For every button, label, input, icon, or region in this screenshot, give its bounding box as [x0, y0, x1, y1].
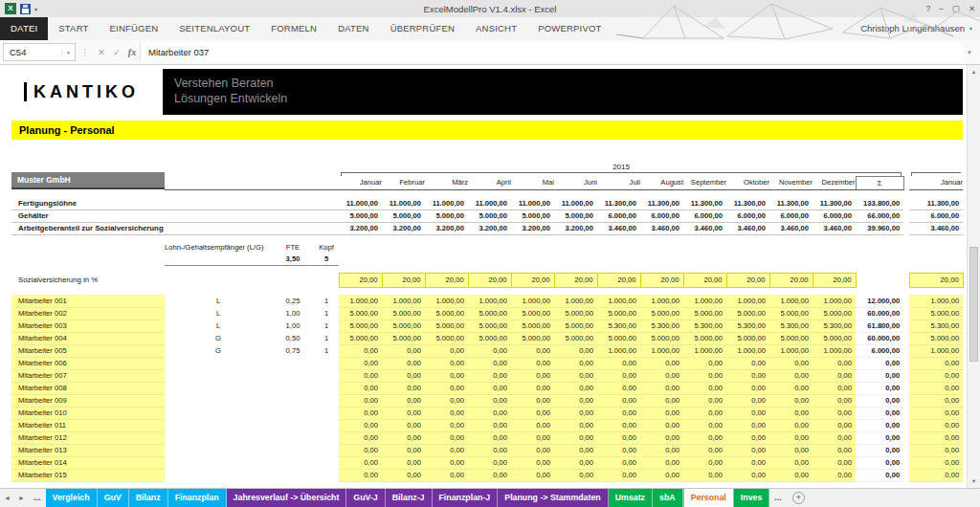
close-icon[interactable]: ✕ [969, 4, 975, 13]
employee-month-cell[interactable]: 0,00 [813, 382, 856, 394]
summary-month-cell[interactable]: 6.000,00 [640, 209, 683, 222]
employee-month-cell[interactable]: 5.000,00 [339, 332, 382, 344]
excel-app-icon[interactable]: X [5, 3, 16, 14]
employee-month-cell[interactable]: 0,00 [468, 431, 511, 444]
employee-month-cell[interactable]: 5.000,00 [683, 332, 726, 344]
employee-month-cell[interactable]: 0,00 [726, 469, 769, 481]
employee-month-cell[interactable]: 0,00 [468, 419, 511, 431]
employee-next-cell[interactable]: 1.000,00 [909, 295, 963, 307]
formula-input[interactable]: Mitarbeiter 037 [140, 43, 962, 61]
employee-month-cell[interactable]: 5.000,00 [339, 320, 382, 332]
scroll-up-icon[interactable]: ▲ [968, 65, 980, 78]
employee-month-cell[interactable]: 5.300,00 [813, 320, 856, 332]
employee-month-cell[interactable]: 0,00 [769, 382, 813, 394]
employee-month-cell[interactable]: 0,00 [382, 382, 425, 394]
employee-month-cell[interactable]: 5.000,00 [554, 332, 597, 344]
employee-month-cell[interactable]: 0,00 [425, 419, 468, 431]
fte-total[interactable]: 3,50 [272, 253, 314, 265]
month-header-februar[interactable]: Februar [382, 176, 425, 189]
employee-fte-cell[interactable] [272, 407, 314, 419]
employee-lg-cell[interactable] [165, 369, 272, 382]
month-header-januar[interactable]: Januar [339, 176, 382, 189]
employee-month-cell[interactable]: 0,00 [468, 456, 511, 469]
month-header-mai[interactable]: Mai [511, 176, 554, 189]
employee-month-cell[interactable]: 5.000,00 [597, 332, 640, 344]
employee-month-cell[interactable]: 0,00 [683, 419, 726, 431]
employee-fte-cell[interactable]: 0,75 [272, 344, 314, 357]
social-insurance-label[interactable]: Sozialversicherung in % [11, 273, 165, 287]
summary-month-cell[interactable]: 3.460,00 [597, 222, 640, 234]
employee-month-cell[interactable]: 5.000,00 [769, 332, 813, 344]
employee-name-cell[interactable]: Mitarbeiter 010 [11, 407, 165, 419]
sheet-tab-vergleich[interactable]: Vergleich [46, 489, 98, 507]
employee-month-cell[interactable]: 0,00 [382, 469, 425, 481]
employee-month-cell[interactable]: 0,00 [640, 407, 683, 419]
employee-month-cell[interactable]: 0,00 [813, 419, 856, 431]
employee-lg-cell[interactable] [165, 469, 272, 481]
employee-sum-cell[interactable]: 0,00 [856, 419, 903, 431]
employee-month-cell[interactable]: 1.000,00 [726, 344, 769, 357]
employee-month-cell[interactable]: 0,00 [425, 382, 468, 394]
employee-next-cell[interactable]: 5.000,00 [909, 307, 963, 320]
employee-month-cell[interactable]: 1.000,00 [597, 344, 640, 357]
employee-next-cell[interactable]: 0,00 [909, 419, 963, 431]
employee-next-cell[interactable]: 0,00 [909, 469, 963, 481]
year-header-cell[interactable]: 2015 [339, 161, 903, 176]
employee-month-cell[interactable]: 0,00 [382, 456, 425, 469]
employee-name-cell[interactable]: Mitarbeiter 004 [11, 332, 165, 344]
add-sheet-button[interactable]: + [792, 492, 805, 504]
insert-function-icon[interactable]: fx [124, 47, 140, 57]
employee-month-cell[interactable]: 1.000,00 [425, 295, 468, 307]
ribbon-tab-einf-gen[interactable]: EINFÜGEN [100, 17, 169, 40]
employee-month-cell[interactable]: 0,00 [468, 382, 511, 394]
employee-month-cell[interactable]: 0,00 [339, 419, 382, 431]
employee-month-cell[interactable]: 0,00 [468, 344, 511, 357]
ribbon-tab-berpr-fen[interactable]: ÜBERPRÜFEN [380, 17, 465, 40]
employee-month-cell[interactable]: 0,00 [769, 407, 813, 419]
summary-sum-cell[interactable]: 66.000,00 [856, 209, 903, 222]
employee-month-cell[interactable]: 0,00 [683, 407, 726, 419]
employee-month-cell[interactable]: 0,00 [425, 357, 468, 369]
employee-month-cell[interactable]: 5.000,00 [382, 320, 425, 332]
employee-month-cell[interactable]: 0,00 [554, 357, 597, 369]
employee-month-cell[interactable]: 0,00 [683, 469, 726, 481]
employee-month-cell[interactable]: 0,00 [640, 431, 683, 444]
employee-month-cell[interactable]: 1.000,00 [683, 295, 726, 307]
employee-sum-cell[interactable]: 0,00 [856, 444, 903, 456]
employee-month-cell[interactable]: 0,00 [726, 369, 769, 382]
employee-month-cell[interactable]: 0,00 [339, 394, 382, 407]
social-insurance-month-cell[interactable]: 20,00 [425, 273, 468, 287]
employee-sum-cell[interactable]: 0,00 [856, 431, 903, 444]
ribbon-tab-datei[interactable]: DATEI [0, 17, 48, 40]
employee-kopf-cell[interactable]: 1 [314, 332, 339, 344]
employee-month-cell[interactable]: 0,00 [597, 357, 640, 369]
employee-month-cell[interactable]: 0,00 [769, 431, 813, 444]
employee-month-cell[interactable]: 0,00 [468, 407, 511, 419]
confirm-entry-icon[interactable]: ✓ [109, 48, 124, 57]
employee-month-cell[interactable]: 0,00 [726, 407, 769, 419]
employee-month-cell[interactable]: 0,00 [425, 444, 468, 456]
employee-month-cell[interactable]: 0,00 [468, 394, 511, 407]
employee-month-cell[interactable]: 0,00 [382, 407, 425, 419]
employee-next-cell[interactable]: 5.000,00 [909, 332, 963, 344]
employee-next-cell[interactable]: 0,00 [909, 394, 963, 407]
ribbon-tab-seitenlayout[interactable]: SEITENLAYOUT [168, 17, 260, 40]
employee-month-cell[interactable]: 0,00 [554, 344, 597, 357]
employee-month-cell[interactable]: 0,00 [339, 344, 382, 357]
employee-kopf-cell[interactable] [314, 382, 339, 394]
summary-next-cell[interactable]: 3.460,00 [909, 222, 963, 234]
vertical-scrollbar[interactable]: ▲ ▼ [967, 65, 980, 488]
maximize-icon[interactable]: ▢ [952, 4, 960, 13]
employee-month-cell[interactable]: 0,00 [554, 369, 597, 382]
employee-month-cell[interactable]: 1.000,00 [511, 295, 554, 307]
employee-month-cell[interactable]: 0,00 [597, 369, 640, 382]
employee-fte-cell[interactable] [272, 444, 314, 456]
employee-name-cell[interactable]: Mitarbeiter 001 [11, 295, 165, 307]
employee-month-cell[interactable]: 0,00 [813, 456, 856, 469]
employee-month-cell[interactable]: 0,00 [769, 419, 813, 431]
next-month-header[interactable]: Januar [909, 176, 963, 189]
sheet-tabs-overflow-right[interactable]: ... [769, 489, 787, 507]
kopf-total[interactable]: 5 [314, 253, 339, 265]
summary-month-cell[interactable]: 3.200,00 [468, 222, 511, 234]
employee-month-cell[interactable]: 0,00 [813, 357, 856, 369]
